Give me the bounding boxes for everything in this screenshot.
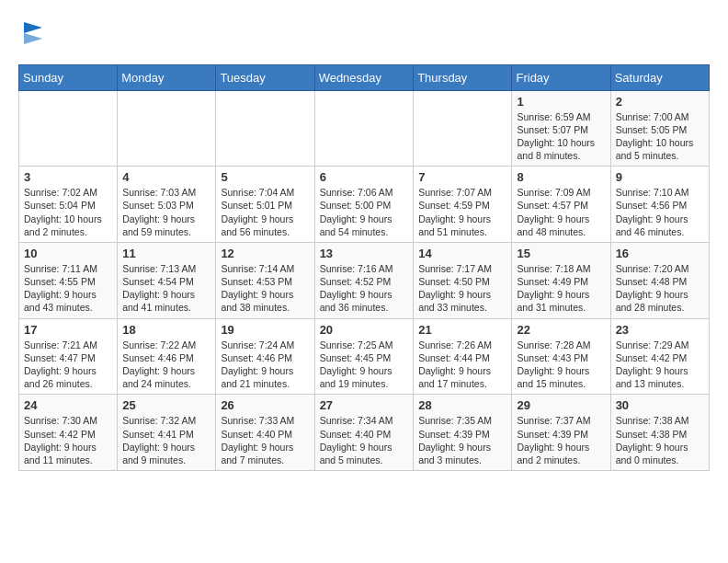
calendar-cell: 22Sunrise: 7:28 AMSunset: 4:43 PMDayligh… — [512, 318, 610, 395]
day-number: 17 — [24, 323, 112, 337]
calendar-table: SundayMondayTuesdayWednesdayThursdayFrid… — [18, 64, 710, 471]
svg-marker-0 — [24, 22, 42, 33]
calendar-cell: 26Sunrise: 7:33 AMSunset: 4:40 PMDayligh… — [216, 395, 314, 471]
logo — [18, 18, 46, 50]
day-number: 3 — [24, 170, 112, 184]
day-info: Sunrise: 7:35 AMSunset: 4:39 PMDaylight:… — [418, 414, 506, 466]
calendar-cell: 6Sunrise: 7:06 AMSunset: 5:00 PMDaylight… — [314, 167, 414, 243]
calendar-cell: 28Sunrise: 7:35 AMSunset: 4:39 PMDayligh… — [414, 395, 512, 471]
page-header — [18, 18, 710, 50]
day-number: 9 — [616, 170, 704, 184]
day-info: Sunrise: 7:20 AMSunset: 4:48 PMDaylight:… — [616, 262, 704, 315]
day-number: 15 — [517, 247, 605, 260]
day-info: Sunrise: 7:24 AMSunset: 4:46 PMDaylight:… — [221, 339, 309, 391]
day-number: 24 — [24, 398, 112, 412]
day-number: 10 — [24, 247, 112, 260]
calendar-cell: 23Sunrise: 7:29 AMSunset: 4:42 PMDayligh… — [610, 318, 709, 395]
calendar-week-row: 1Sunrise: 6:59 AMSunset: 5:07 PMDaylight… — [19, 90, 710, 167]
day-number: 2 — [616, 95, 704, 109]
day-info: Sunrise: 7:10 AMSunset: 4:56 PMDaylight:… — [616, 186, 704, 238]
calendar-cell: 14Sunrise: 7:17 AMSunset: 4:50 PMDayligh… — [414, 242, 512, 318]
day-number: 29 — [517, 398, 605, 412]
calendar-cell: 2Sunrise: 7:00 AMSunset: 5:05 PMDaylight… — [610, 90, 709, 167]
calendar-cell: 24Sunrise: 7:30 AMSunset: 4:42 PMDayligh… — [19, 395, 118, 471]
day-number: 28 — [418, 398, 506, 412]
day-number: 27 — [320, 398, 409, 412]
calendar-cell: 12Sunrise: 7:14 AMSunset: 4:53 PMDayligh… — [216, 242, 314, 318]
weekday-header: Sunday — [19, 64, 118, 90]
weekday-header: Saturday — [610, 64, 709, 90]
weekday-header: Tuesday — [216, 64, 314, 90]
day-info: Sunrise: 7:14 AMSunset: 4:53 PMDaylight:… — [221, 262, 309, 315]
calendar-cell: 18Sunrise: 7:22 AMSunset: 4:46 PMDayligh… — [118, 318, 216, 395]
calendar-cell: 10Sunrise: 7:11 AMSunset: 4:55 PMDayligh… — [19, 242, 118, 318]
day-info: Sunrise: 7:04 AMSunset: 5:01 PMDaylight:… — [221, 186, 309, 238]
calendar-cell: 20Sunrise: 7:25 AMSunset: 4:45 PMDayligh… — [314, 318, 414, 395]
day-number: 14 — [418, 247, 506, 260]
day-info: Sunrise: 7:32 AMSunset: 4:41 PMDaylight:… — [122, 414, 210, 466]
weekday-header: Friday — [512, 64, 610, 90]
day-number: 23 — [616, 323, 704, 337]
calendar-cell: 21Sunrise: 7:26 AMSunset: 4:44 PMDayligh… — [414, 318, 512, 395]
calendar-cell: 19Sunrise: 7:24 AMSunset: 4:46 PMDayligh… — [216, 318, 314, 395]
day-info: Sunrise: 6:59 AMSunset: 5:07 PMDaylight:… — [517, 110, 605, 163]
day-number: 30 — [616, 398, 704, 412]
calendar-cell: 3Sunrise: 7:02 AMSunset: 5:04 PMDaylight… — [19, 167, 118, 243]
day-number: 7 — [418, 170, 506, 184]
day-info: Sunrise: 7:22 AMSunset: 4:46 PMDaylight:… — [122, 339, 210, 391]
calendar-cell — [414, 90, 512, 167]
day-number: 6 — [320, 170, 409, 184]
calendar-cell: 30Sunrise: 7:38 AMSunset: 4:38 PMDayligh… — [610, 395, 709, 471]
day-info: Sunrise: 7:17 AMSunset: 4:50 PMDaylight:… — [418, 262, 506, 315]
calendar-cell: 15Sunrise: 7:18 AMSunset: 4:49 PMDayligh… — [512, 242, 610, 318]
calendar-cell: 7Sunrise: 7:07 AMSunset: 4:59 PMDaylight… — [414, 167, 512, 243]
day-number: 18 — [122, 323, 210, 337]
calendar-cell — [118, 90, 216, 167]
day-info: Sunrise: 7:28 AMSunset: 4:43 PMDaylight:… — [517, 339, 605, 391]
calendar-week-row: 3Sunrise: 7:02 AMSunset: 5:04 PMDaylight… — [19, 167, 710, 243]
day-number: 8 — [517, 170, 605, 184]
calendar-cell: 29Sunrise: 7:37 AMSunset: 4:39 PMDayligh… — [512, 395, 610, 471]
calendar-cell: 4Sunrise: 7:03 AMSunset: 5:03 PMDaylight… — [118, 167, 216, 243]
calendar-cell: 25Sunrise: 7:32 AMSunset: 4:41 PMDayligh… — [118, 395, 216, 471]
calendar-cell — [314, 90, 414, 167]
day-info: Sunrise: 7:02 AMSunset: 5:04 PMDaylight:… — [24, 186, 112, 238]
day-info: Sunrise: 7:30 AMSunset: 4:42 PMDaylight:… — [24, 414, 112, 466]
day-info: Sunrise: 7:25 AMSunset: 4:45 PMDaylight:… — [320, 339, 409, 391]
day-info: Sunrise: 7:37 AMSunset: 4:39 PMDaylight:… — [517, 414, 605, 466]
calendar-week-row: 17Sunrise: 7:21 AMSunset: 4:47 PMDayligh… — [19, 318, 710, 395]
calendar-cell — [216, 90, 314, 167]
day-number: 20 — [320, 323, 409, 337]
day-info: Sunrise: 7:16 AMSunset: 4:52 PMDaylight:… — [320, 262, 409, 315]
day-info: Sunrise: 7:18 AMSunset: 4:49 PMDaylight:… — [517, 262, 605, 315]
day-info: Sunrise: 7:34 AMSunset: 4:40 PMDaylight:… — [320, 414, 409, 466]
calendar-cell: 17Sunrise: 7:21 AMSunset: 4:47 PMDayligh… — [19, 318, 118, 395]
day-info: Sunrise: 7:03 AMSunset: 5:03 PMDaylight:… — [122, 186, 210, 238]
day-info: Sunrise: 7:09 AMSunset: 4:57 PMDaylight:… — [517, 186, 605, 238]
weekday-header: Monday — [118, 64, 216, 90]
day-number: 21 — [418, 323, 506, 337]
logo-flag-icon — [20, 18, 46, 44]
day-number: 16 — [616, 247, 704, 260]
calendar-cell: 13Sunrise: 7:16 AMSunset: 4:52 PMDayligh… — [314, 242, 414, 318]
day-number: 4 — [122, 170, 210, 184]
day-info: Sunrise: 7:33 AMSunset: 4:40 PMDaylight:… — [221, 414, 309, 466]
calendar-week-row: 10Sunrise: 7:11 AMSunset: 4:55 PMDayligh… — [19, 242, 710, 318]
day-number: 25 — [122, 398, 210, 412]
day-number: 5 — [221, 170, 309, 184]
weekday-header: Wednesday — [314, 64, 414, 90]
day-number: 11 — [122, 247, 210, 260]
day-number: 13 — [320, 247, 409, 260]
calendar-cell: 8Sunrise: 7:09 AMSunset: 4:57 PMDaylight… — [512, 167, 610, 243]
day-number: 1 — [517, 95, 605, 109]
day-info: Sunrise: 7:11 AMSunset: 4:55 PMDaylight:… — [24, 262, 112, 315]
day-info: Sunrise: 7:06 AMSunset: 5:00 PMDaylight:… — [320, 186, 409, 238]
day-number: 19 — [221, 323, 309, 337]
day-info: Sunrise: 7:00 AMSunset: 5:05 PMDaylight:… — [616, 110, 704, 163]
svg-marker-1 — [24, 33, 42, 44]
calendar-cell: 1Sunrise: 6:59 AMSunset: 5:07 PMDaylight… — [512, 90, 610, 167]
weekday-header: Thursday — [414, 64, 512, 90]
calendar-cell — [19, 90, 118, 167]
day-number: 12 — [221, 247, 309, 260]
day-info: Sunrise: 7:26 AMSunset: 4:44 PMDaylight:… — [418, 339, 506, 391]
